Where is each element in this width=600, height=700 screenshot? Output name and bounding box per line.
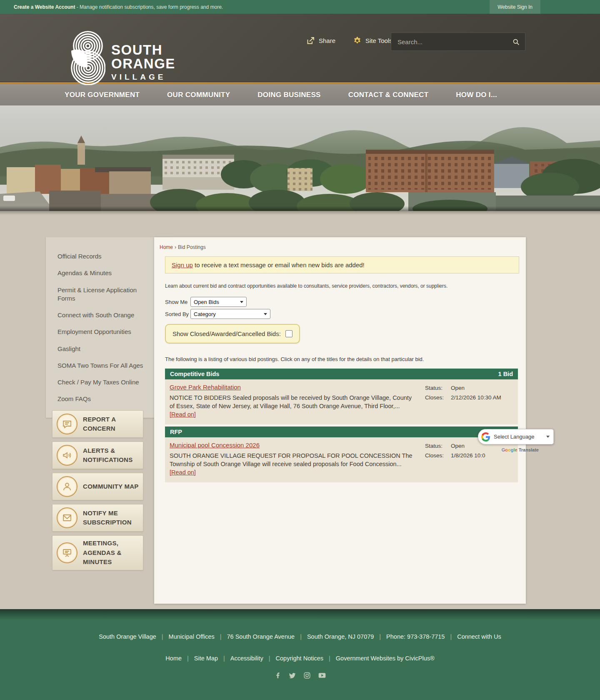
footer-link-site-map[interactable]: Site Map [194,655,218,662]
footer-link-accessibility[interactable]: Accessibility [230,655,263,662]
footer-separator: | [162,633,163,640]
read-on-link[interactable]: [Read on] [170,469,196,476]
search-box [391,33,525,51]
create-account-link[interactable]: Create a Website Account [14,4,75,10]
quick-link-notify-me[interactable]: NOTIFY ME SUBSCRIPTION [52,504,143,532]
instagram-icon[interactable] [303,672,311,679]
google-wordmark: Google [502,447,518,452]
sidebar-item-zoom-faqs[interactable]: Zoom FAQs [58,391,162,407]
footer-separator: | [300,633,302,640]
sorted-by-select[interactable]: Category [190,309,270,319]
quick-link-label: ALERTS & NOTIFICATIONS [83,446,139,465]
account-promo-text: - Manage notification subscriptions, sav… [75,4,223,10]
nav-doing-business[interactable]: DOING BUSINESS [258,91,321,99]
site-header: SOUTH ORANGE VILLAGE Share Site Tools [0,14,600,82]
bid-section-rfp: RFP 1 Bid Municipal pool Concession 2026… [165,427,518,482]
show-closed-bids-checkbox[interactable] [285,330,292,337]
nav-contact-connect[interactable]: CONTACT & CONNECT [348,91,429,99]
main-navigation: YOUR GOVERNMENT OUR COMMUNITY DOING BUSI… [0,82,600,105]
listing-intro-text: The following is a listing of various bi… [165,356,519,362]
sidebar-item-official-records[interactable]: Official Records ▶ [58,248,162,265]
footer-link-city-state[interactable]: South Orange, NJ 07079 [307,633,374,640]
site-tools-label: Site Tools [365,37,392,44]
footer-link-address[interactable]: 76 South Orange Avenue [227,633,295,640]
nav-your-government[interactable]: YOUR GOVERNMENT [65,91,140,99]
search-input[interactable] [397,38,512,46]
show-me-select[interactable]: Open Bids [190,297,247,307]
google-translate-widget: Select Language GoogleTranslate [478,429,554,452]
sidebar-item-gaslight[interactable]: Gaslight [58,341,162,357]
status-label: Status: [425,385,451,391]
bid-main: Grove Park Rehabilitation NOTICE TO BIDD… [170,384,415,419]
bids-intro-text: Learn about current bid and contract opp… [165,283,519,289]
search-submit-button[interactable] [512,38,520,45]
footer-link-municipal-offices[interactable]: Municipal Offices [169,633,215,640]
bid-filters: Show Me Open Bids Sorted By Category [165,297,519,344]
twitter-icon[interactable] [288,672,296,680]
section-category: Competitive Bids [170,371,219,377]
logo-line-orange: ORANGE [111,57,175,70]
website-sign-in-button[interactable]: Website Sign In [490,0,540,14]
quick-link-report-a-concern[interactable]: REPORT A CONCERN [52,410,143,438]
presentation-icon [57,542,78,563]
nav-how-do-i[interactable]: HOW DO I... [456,91,497,99]
quick-link-meetings-agendas[interactable]: MEETINGS, AGENDAS & MINUTES [52,535,143,570]
sidebar-item-connect-south-orange[interactable]: Connect with South Orange [58,307,162,324]
facebook-icon[interactable] [274,672,281,679]
footer-link-connect[interactable]: Connect with Us [457,633,501,640]
closes-value: 1/8/2026 10:0 [451,452,513,459]
quick-link-community-map[interactable]: COMMUNITY MAP [52,473,143,500]
read-on-link[interactable]: [Read on] [170,411,196,418]
breadcrumb-home-link[interactable]: Home [160,244,173,250]
chat-bubble-icon [57,414,78,434]
closes-label: Closes: [425,452,451,459]
share-button[interactable]: Share [306,36,335,45]
footer: South Orange Village|Municipal Offices|7… [0,609,600,700]
quick-link-alerts-notifications[interactable]: ALERTS & NOTIFICATIONS [52,442,143,469]
youtube-icon[interactable] [318,671,326,680]
signup-notice: Sign up to receive a text message or ema… [165,256,519,273]
footer-link-copyright[interactable]: Copyright Notices [276,655,323,662]
sidebar-item-soma-two-towns[interactable]: SOMA Two Towns For All Ages [58,357,162,374]
bid-status-block: Status: Open Closes: 2/12/2026 10:30 AM [425,384,513,419]
sidebar-item-agendas-minutes[interactable]: Agendas & Minutes [58,265,162,281]
sidebar-item-pay-taxes[interactable]: Check / Pay My Taxes Online [58,374,162,391]
status-value: Open [451,385,513,391]
section-header: Competitive Bids 1 Bid [165,369,518,379]
footer-link-home[interactable]: Home [165,655,182,662]
search-icon [512,38,520,45]
quick-link-label: NOTIFY ME SUBSCRIPTION [83,509,139,527]
sidebar-item-label: Official Records [58,253,102,260]
footer-link-phone[interactable]: Phone: 973-378-7715 [386,633,445,640]
bid-description-text: SOUTH ORANGE VILLAGE REQUEST FOR PROPOSA… [170,452,412,467]
logo-wordmark: SOUTH ORANGE VILLAGE [111,30,175,85]
bid-title-link[interactable]: Grove Park Rehabilitation [170,384,241,391]
quick-link-label: COMMUNITY MAP [83,482,139,492]
breadcrumb-current: Bid Postings [178,244,206,250]
translate-attribution: GoogleTranslate [478,447,554,452]
section-bid-count: 1 Bid [498,371,513,377]
bid-postings-table: Competitive Bids 1 Bid Grove Park Rehabi… [165,369,518,482]
footer-links-row: Home|Site Map|Accessibility|Copyright No… [0,655,600,662]
site-logo[interactable]: SOUTH ORANGE VILLAGE [69,30,175,85]
footer-link-civicplus[interactable]: Government Websites by CivicPlus® [336,655,435,662]
sign-up-link[interactable]: Sign up [172,261,193,268]
logo-rings-icon [69,30,105,85]
show-me-label: Show Me [165,299,190,305]
footer-link-village[interactable]: South Orange Village [99,633,156,640]
sorted-by-label: Sorted By [165,311,190,317]
footer-social-icons [0,671,600,680]
content-panel: Home›Bid Postings Sign up to receive a t… [154,237,526,604]
sorted-by-filter-row: Sorted By Category [165,309,519,319]
gear-icon [353,36,362,45]
sidebar-item-permit-license-forms[interactable]: Permit & License Application Forms [58,282,162,307]
site-tools-button[interactable]: Site Tools [353,36,392,45]
translate-language-select[interactable]: Select Language [478,429,554,444]
nav-our-community[interactable]: OUR COMMUNITY [167,91,230,99]
breadcrumb-separator: › [175,244,176,250]
bid-title-link[interactable]: Municipal pool Concession 2026 [170,442,260,449]
sorted-by-selected-value: Category [194,311,216,317]
sidebar-item-employment[interactable]: Employment Opportunities [58,324,162,340]
chevron-down-icon [546,436,550,438]
bid-row-municipal-pool: Municipal pool Concession 2026 SOUTH ORA… [165,437,518,482]
